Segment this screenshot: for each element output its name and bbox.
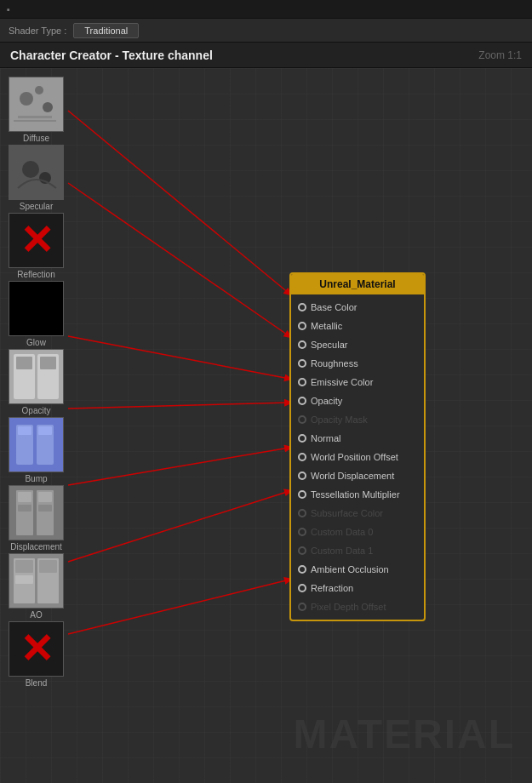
node-dot-6 [298, 415, 306, 424]
texture-item-glow[interactable]: Glow [9, 281, 64, 347]
node-row-opacity[interactable]: Opacity [291, 392, 424, 410]
node-row-custom-data-0[interactable]: Custom Data 0 [291, 523, 424, 541]
svg-line-4 [68, 448, 289, 485]
node-row-specular[interactable]: Specular [291, 335, 424, 354]
svg-rect-37 [39, 560, 57, 573]
node-dot-4 [298, 378, 306, 386]
texture-item-ao[interactable]: AO [9, 553, 64, 620]
node-dot-3 [298, 359, 306, 368]
zoom-label: Zoom 1:1 [478, 49, 522, 61]
svg-rect-11 [18, 116, 52, 118]
node-label-14: Ambient Occlusion [311, 564, 389, 574]
node-dot-1 [298, 322, 306, 330]
svg-rect-36 [15, 560, 33, 573]
texture-item-diffuse[interactable]: Diffuse [9, 77, 64, 143]
texture-label-bump: Bump [25, 474, 47, 483]
node-row-emissive-color[interactable]: Emissive Color [291, 373, 424, 392]
texture-item-reflection[interactable]: ✕ Reflection [9, 213, 64, 279]
node-row-roughness[interactable]: Roughness [291, 354, 424, 373]
node-dot-5 [298, 397, 306, 405]
svg-rect-20 [40, 357, 56, 369]
svg-line-6 [68, 580, 289, 634]
svg-line-5 [68, 491, 289, 562]
node-label-0: Base Color [311, 302, 357, 312]
texture-item-blend[interactable]: ✕ Blend [9, 621, 64, 688]
node-label-9: World Displacement [311, 471, 394, 481]
node-row-ambient-occlusion[interactable]: Ambient Occlusion [291, 560, 424, 579]
node-label-6: Opacity Mask [311, 414, 368, 425]
node-row-pixel-depth-offset[interactable]: Pixel Depth Offset [291, 597, 424, 616]
node-label-8: World Position Offset [311, 452, 398, 462]
texture-list: Diffuse Specular ✕ Reflection [9, 77, 64, 688]
node-row-metallic[interactable]: Metallic [291, 317, 424, 335]
node-row-refraction[interactable]: Refraction [291, 579, 424, 597]
texture-label-diffuse: Diffuse [23, 134, 49, 143]
node-dot-10 [298, 490, 306, 499]
svg-rect-30 [38, 492, 52, 502]
node-dot-7 [298, 434, 306, 443]
node-label-12: Custom Data 0 [311, 527, 373, 537]
texture-label-specular: Specular [20, 202, 53, 211]
svg-rect-29 [18, 492, 31, 502]
node-dot-9 [298, 472, 306, 480]
material-node: Unreal_Material Base ColorMetallicSpecul… [289, 272, 426, 621]
title-bar: ▪ [0, 0, 532, 19]
node-dot-11 [298, 509, 306, 517]
node-label-10: Tessellation Multiplier [311, 489, 400, 500]
node-dot-15 [298, 584, 306, 592]
node-label-13: Custom Data 1 [311, 546, 373, 556]
node-label-3: Roughness [311, 358, 358, 369]
texture-item-bump[interactable]: Bump [9, 417, 64, 483]
node-label-7: Normal [311, 433, 340, 443]
svg-rect-32 [38, 505, 52, 512]
node-row-base-color[interactable]: Base Color [291, 298, 424, 317]
shader-tab-traditional[interactable]: Traditional [73, 23, 139, 38]
node-header: Unreal_Material [291, 274, 424, 294]
svg-line-3 [68, 403, 289, 409]
node-dot-16 [298, 603, 306, 611]
texture-item-opacity[interactable]: Opacity [9, 349, 64, 415]
node-label-16: Pixel Depth Offset [311, 602, 386, 612]
texture-label-blend: Blend [26, 678, 48, 688]
svg-rect-12 [14, 120, 56, 122]
node-dot-13 [298, 546, 306, 555]
svg-rect-24 [18, 426, 31, 435]
node-row-subsurface-color[interactable]: Subsurface Color [291, 504, 424, 523]
svg-line-2 [68, 336, 289, 379]
node-row-normal[interactable]: Normal [291, 429, 424, 448]
svg-line-1 [68, 183, 289, 336]
node-body: Base ColorMetallicSpecularRoughnessEmiss… [291, 294, 424, 620]
node-label-1: Metallic [311, 321, 342, 331]
node-dot-14 [298, 565, 306, 574]
node-dot-2 [298, 340, 306, 349]
svg-rect-38 [15, 575, 33, 584]
shader-type-label: Shader Type : [9, 26, 66, 36]
canvas-area: MATERIAL [0, 68, 532, 783]
node-label-5: Opacity [311, 396, 342, 406]
texture-label-ao: AO [30, 610, 42, 620]
texture-label-displacement: Displacement [10, 542, 62, 552]
main-header: Character Creator - Texture channel Zoom… [0, 43, 532, 68]
svg-point-9 [35, 86, 43, 94]
node-row-opacity-mask[interactable]: Opacity Mask [291, 410, 424, 429]
node-row-world-position-offset[interactable]: World Position Offset [291, 448, 424, 466]
node-row-custom-data-1[interactable]: Custom Data 1 [291, 541, 424, 560]
texture-label-glow: Glow [26, 338, 46, 347]
svg-rect-25 [38, 426, 52, 435]
arrows-overlay [0, 68, 532, 783]
svg-point-10 [43, 102, 53, 112]
texture-label-reflection: Reflection [17, 270, 54, 279]
node-row-tessellation-multiplier[interactable]: Tessellation Multiplier [291, 485, 424, 504]
node-label-4: Emissive Color [311, 377, 373, 387]
node-dot-0 [298, 303, 306, 311]
svg-point-14 [22, 161, 39, 178]
svg-point-8 [20, 92, 33, 106]
texture-item-specular[interactable]: Specular [9, 145, 64, 211]
svg-rect-7 [9, 77, 63, 131]
texture-item-displacement[interactable]: Displacement [9, 485, 64, 552]
node-row-world-displacement[interactable]: World Displacement [291, 466, 424, 485]
watermark: MATERIAL [294, 711, 515, 757]
node-label-2: Specular [311, 340, 347, 350]
texture-label-opacity: Opacity [22, 406, 51, 415]
node-dot-8 [298, 453, 306, 461]
